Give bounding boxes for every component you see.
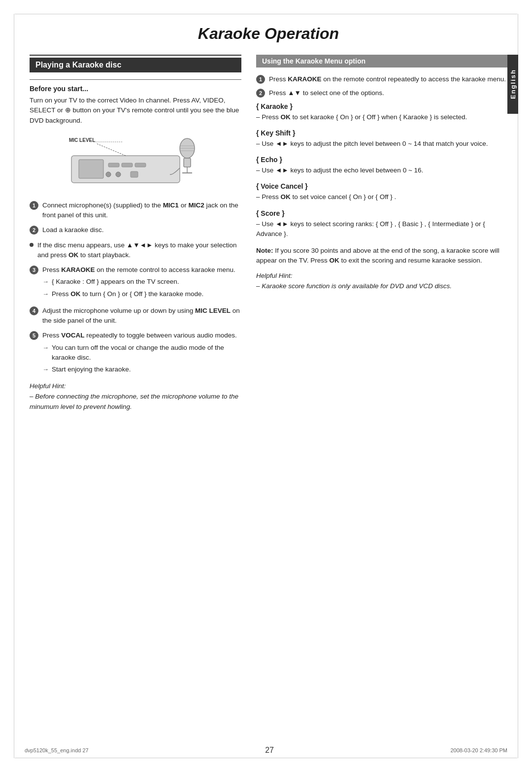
left-column: Playing a Karaoke disc Before you start.…	[30, 55, 241, 412]
option-voicecancel-title: { Voice Cancel }	[256, 182, 507, 190]
option-echo: { Echo } – Use ◄► keys to adjust the ech…	[256, 156, 507, 175]
right-column: English Using the Karaoke Menu option 1 …	[256, 55, 507, 412]
option-voicecancel-text: – Press OK to set voice cancel { On } or…	[256, 192, 507, 202]
page-number: 27	[265, 746, 274, 755]
svg-rect-4	[135, 163, 146, 167]
right-step-1: 1 Press KARAOKE on the remote control re…	[256, 74, 507, 84]
device-image-area: MIC LEVEL	[62, 134, 209, 193]
arrow-icon-4: →	[42, 365, 49, 374]
step-3-arrow-1-text: { Karaoke : Off } appears on the TV scre…	[52, 277, 179, 287]
right-step-number-1: 1	[256, 75, 265, 84]
step-3-text: Press KARAOKE on the remote control to a…	[42, 265, 241, 301]
right-hint-text: – Karaoke score function is only availab…	[256, 281, 507, 291]
border-left	[14, 14, 14, 758]
svg-text:MIC LEVEL: MIC LEVEL	[69, 137, 95, 143]
step-5-arrow-1-text: You can turn off the vocal or change the…	[52, 343, 241, 363]
step-number-5: 5	[30, 331, 38, 340]
step-1: 1 Connect microphone(s) (supplied) to th…	[30, 201, 241, 221]
before-you-start-title: Before you start...	[30, 85, 241, 93]
page-footer: dvp5120k_55_eng.indd 27 27 2008-03-20 2:…	[25, 746, 507, 755]
option-voicecancel: { Voice Cancel } – Press OK to set voice…	[256, 182, 507, 202]
english-tab: English	[507, 55, 518, 114]
step-3: 3 Press KARAOKE on the remote control to…	[30, 265, 241, 301]
border-top	[15, 14, 517, 14]
section-divider-bottom	[30, 79, 241, 80]
note-section: Note: If you score 30 points and above a…	[256, 246, 507, 266]
right-helpful-hint: Helpful Hint: – Karaoke score function i…	[256, 272, 507, 291]
option-score-title: { Score }	[256, 209, 507, 217]
border-bottom	[15, 758, 517, 758]
main-content: Playing a Karaoke disc Before you start.…	[30, 55, 507, 412]
step-2: 2 Load a karaoke disc.	[30, 225, 241, 235]
arrow-icon-1: →	[42, 277, 49, 287]
option-score-text: – Use ◄► keys to select scoring ranks: {…	[256, 219, 507, 239]
svg-point-5	[106, 172, 111, 177]
option-echo-text: – Use ◄► keys to adjust the echo level b…	[256, 166, 507, 175]
right-hint-title: Helpful Hint:	[256, 272, 507, 279]
arrow-icon-2: →	[42, 289, 49, 299]
step-3-arrow-1: → { Karaoke : Off } appears on the TV sc…	[42, 277, 241, 287]
step-bullet-text: If the disc menu appears, use ▲▼◄► keys …	[37, 240, 241, 261]
step-number-4: 4	[30, 306, 38, 315]
left-section-header: Playing a Karaoke disc	[30, 58, 241, 72]
svg-rect-3	[122, 163, 133, 167]
footer-right: 2008-03-20 2:49:30 PM	[450, 747, 507, 753]
option-keyshift-title: { Key Shift }	[256, 129, 507, 137]
svg-rect-1	[79, 160, 103, 178]
step-bullet: If the disc menu appears, use ▲▼◄► keys …	[30, 240, 241, 261]
step-4-text: Adjust the microphone volume up or down …	[42, 306, 241, 326]
option-echo-title: { Echo }	[256, 156, 507, 164]
bullet-dot	[30, 243, 33, 247]
left-helpful-hint: Helpful Hint: – Before connecting the mi…	[30, 382, 241, 412]
right-section-header: Using the Karaoke Menu option	[256, 55, 507, 67]
option-karaoke: { Karaoke } – Press OK to set karaoke { …	[256, 102, 507, 122]
option-karaoke-text: – Press OK to set karaoke { On } or { Of…	[256, 112, 507, 122]
step-number-1: 1	[30, 201, 38, 210]
step-5-text: Press VOCAL repeatedly to toggle between…	[42, 331, 241, 376]
border-right	[518, 14, 518, 758]
option-keyshift-text: – Use ◄► keys to adjust the pitch level …	[256, 139, 507, 149]
step-3-arrow-2-text: Press OK to turn { On } or { Off } the k…	[52, 289, 203, 299]
step-4: 4 Adjust the microphone volume up or dow…	[30, 306, 241, 326]
step-5-arrow-1: → You can turn off the vocal or change t…	[42, 343, 241, 363]
right-step-2: 2 Press ▲▼ to select one of the options.	[256, 88, 507, 98]
right-step-number-2: 2	[256, 89, 265, 98]
svg-line-8	[96, 143, 126, 156]
right-step-1-text: Press KARAOKE on the remote control repe…	[269, 74, 507, 84]
option-karaoke-title: { Karaoke }	[256, 102, 507, 110]
page: Karaoke Operation Playing a Karaoke disc…	[0, 0, 532, 772]
section-divider-top	[30, 55, 241, 56]
svg-rect-2	[108, 163, 119, 167]
step-2-text: Load a karaoke disc.	[42, 225, 241, 235]
step-3-arrow-2: → Press OK to turn { On } or { Off } the…	[42, 289, 241, 299]
right-step-2-text: Press ▲▼ to select one of the options.	[269, 88, 507, 98]
left-hint-text: – Before connecting the microphone, set …	[30, 392, 241, 412]
left-hint-title: Helpful Hint:	[30, 382, 241, 390]
page-title: Karaoke Operation	[30, 25, 507, 43]
svg-point-6	[116, 172, 121, 177]
step-5-arrow-2-text: Start enjoying the karaoke.	[52, 365, 131, 374]
arrow-icon-3: →	[42, 343, 49, 353]
step-5: 5 Press VOCAL repeatedly to toggle betwe…	[30, 331, 241, 376]
step-5-arrow-2: → Start enjoying the karaoke.	[42, 365, 241, 374]
step-number-3: 3	[30, 266, 38, 274]
svg-rect-12	[184, 158, 191, 167]
before-you-start-text: Turn on your TV to the correct Video In …	[30, 96, 241, 126]
option-score: { Score } – Use ◄► keys to select scorin…	[256, 209, 507, 239]
step-number-2: 2	[30, 226, 38, 235]
device-illustration: MIC LEVEL	[62, 131, 209, 195]
option-keyshift: { Key Shift } – Use ◄► keys to adjust th…	[256, 129, 507, 149]
footer-left: dvp5120k_55_eng.indd 27	[25, 747, 89, 753]
step-1-text: Connect microphone(s) (supplied) to the …	[42, 201, 241, 221]
svg-rect-7	[131, 171, 138, 177]
